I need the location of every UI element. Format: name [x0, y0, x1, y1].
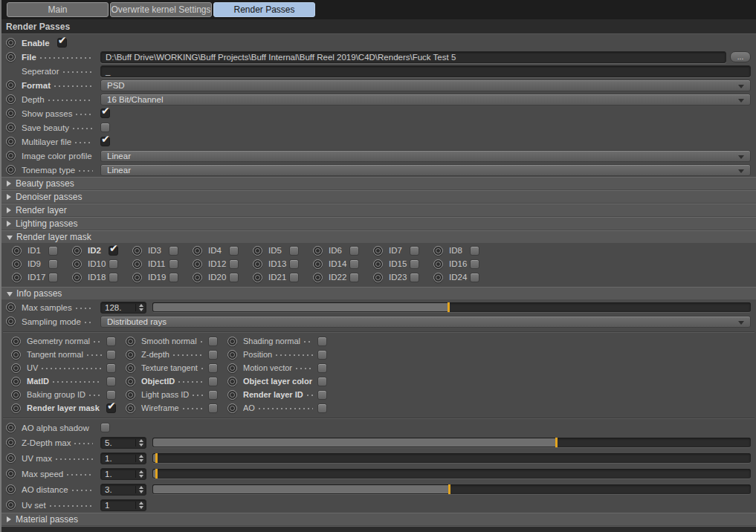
tonemap-type-dropdown[interactable]: Linear	[100, 164, 751, 176]
slider-handle[interactable]	[555, 438, 558, 447]
tab-render-passes[interactable]: Render Passes	[213, 2, 315, 17]
anim-dot[interactable]	[6, 302, 16, 312]
section-beauty-passes[interactable]: Beauty passes	[1, 177, 756, 189]
id19-checkbox[interactable]	[169, 273, 178, 282]
anim-dot[interactable]	[12, 246, 22, 256]
show-passes-checkbox[interactable]	[100, 108, 110, 118]
anim-dot[interactable]	[433, 259, 443, 269]
save-beauty-checkbox[interactable]	[100, 123, 110, 132]
geometry-normal-checkbox[interactable]	[106, 337, 116, 346]
stepper-arrows-icon[interactable]	[135, 455, 143, 462]
file-input[interactable]: D:\Buff Drive\WORKING\Buff Projects\Buff…	[100, 51, 726, 63]
id21-checkbox[interactable]	[289, 273, 299, 282]
id11-checkbox[interactable]	[169, 259, 178, 269]
anim-dot[interactable]	[227, 350, 237, 360]
uv-max-spinner[interactable]: 1.	[100, 452, 146, 464]
tangent-normal-checkbox[interactable]	[106, 350, 116, 360]
anim-dot[interactable]	[11, 363, 21, 373]
id2-checkbox[interactable]	[109, 246, 118, 256]
object-layer-color-checkbox[interactable]	[317, 377, 327, 386]
stepper-arrows-icon[interactable]	[135, 439, 143, 447]
id6-checkbox[interactable]	[349, 246, 359, 256]
anim-dot[interactable]	[193, 259, 202, 269]
id18-checkbox[interactable]	[109, 273, 118, 282]
uv-checkbox[interactable]	[106, 363, 116, 373]
anim-dot[interactable]	[6, 423, 16, 432]
anim-dot[interactable]	[72, 273, 82, 282]
id15-checkbox[interactable]	[410, 259, 419, 269]
anim-dot[interactable]	[6, 453, 16, 463]
anim-dot[interactable]	[373, 273, 383, 282]
anim-dot[interactable]	[6, 165, 16, 175]
anim-dot[interactable]	[193, 273, 202, 282]
anim-dot[interactable]	[126, 390, 135, 400]
id20-checkbox[interactable]	[229, 273, 239, 282]
anim-dot[interactable]	[253, 259, 262, 269]
objectid-checkbox[interactable]	[208, 377, 218, 386]
anim-dot[interactable]	[193, 246, 202, 256]
anim-dot[interactable]	[6, 38, 16, 48]
anim-dot[interactable]	[6, 500, 16, 510]
anim-dot[interactable]	[6, 123, 16, 132]
section-lighting-passes[interactable]: Lighting passes	[1, 217, 756, 230]
id13-checkbox[interactable]	[289, 259, 299, 269]
anim-dot[interactable]	[227, 337, 237, 346]
enable-checkbox[interactable]	[57, 38, 67, 48]
anim-dot[interactable]	[72, 259, 82, 269]
ao-distance-slider[interactable]	[152, 484, 751, 494]
anim-dot[interactable]	[6, 438, 16, 447]
tab-main[interactable]: Main	[7, 2, 109, 17]
anim-dot[interactable]	[126, 337, 135, 346]
anim-dot[interactable]	[227, 403, 237, 413]
z-depth-max-slider[interactable]	[152, 438, 751, 447]
section-denoiser-passes[interactable]: Denoiser passes	[1, 190, 756, 203]
ao-checkbox[interactable]	[317, 403, 327, 413]
tab-overwrite-kernel-settings[interactable]: Overwrite kernel Settings	[110, 2, 212, 17]
id16-checkbox[interactable]	[470, 259, 479, 269]
id4-checkbox[interactable]	[229, 246, 239, 256]
anim-dot[interactable]	[12, 259, 22, 269]
id3-checkbox[interactable]	[169, 246, 178, 256]
file-browse-button[interactable]: ...	[730, 51, 751, 62]
smooth-normal-checkbox[interactable]	[208, 337, 218, 346]
anim-dot[interactable]	[6, 469, 16, 479]
anim-dot[interactable]	[11, 337, 21, 346]
anim-dot[interactable]	[72, 246, 82, 256]
anim-dot[interactable]	[313, 246, 323, 256]
id14-checkbox[interactable]	[349, 259, 359, 269]
section-render-layer-mask[interactable]: Render layer mask	[1, 230, 756, 243]
position-checkbox[interactable]	[317, 350, 327, 360]
max-speed-spinner[interactable]: 1.	[100, 468, 146, 480]
stepper-arrows-icon[interactable]	[135, 502, 143, 509]
ao-alpha-shadow-checkbox[interactable]	[100, 423, 110, 432]
matid-checkbox[interactable]	[106, 377, 116, 386]
anim-dot[interactable]	[11, 390, 21, 400]
image-color-profile-dropdown[interactable]: Linear	[100, 150, 751, 162]
anim-dot[interactable]	[126, 377, 135, 386]
anim-dot[interactable]	[6, 94, 16, 104]
anim-dot[interactable]	[132, 246, 142, 256]
anim-dot[interactable]	[227, 363, 237, 373]
id23-checkbox[interactable]	[410, 273, 419, 282]
shading-normal-checkbox[interactable]	[317, 337, 327, 346]
id24-checkbox[interactable]	[470, 273, 479, 282]
light-pass-id-checkbox[interactable]	[208, 390, 218, 400]
baking-group-id-checkbox[interactable]	[106, 390, 116, 400]
anim-dot[interactable]	[11, 403, 21, 413]
id12-checkbox[interactable]	[229, 259, 239, 269]
id17-checkbox[interactable]	[48, 273, 58, 282]
section-material-passes[interactable]: Material passes	[1, 513, 756, 525]
stepper-arrows-icon[interactable]	[135, 486, 143, 493]
anim-dot[interactable]	[6, 151, 16, 160]
anim-dot[interactable]	[6, 317, 16, 326]
anim-dot[interactable]	[126, 363, 135, 373]
anim-dot[interactable]	[227, 377, 237, 386]
anim-dot[interactable]	[6, 80, 16, 90]
id1-checkbox[interactable]	[48, 246, 58, 256]
texture-tangent-checkbox[interactable]	[208, 363, 218, 373]
slider-handle[interactable]	[448, 484, 450, 494]
id5-checkbox[interactable]	[289, 246, 299, 256]
anim-dot[interactable]	[433, 246, 443, 256]
anim-dot[interactable]	[6, 484, 16, 494]
anim-dot[interactable]	[12, 273, 22, 282]
